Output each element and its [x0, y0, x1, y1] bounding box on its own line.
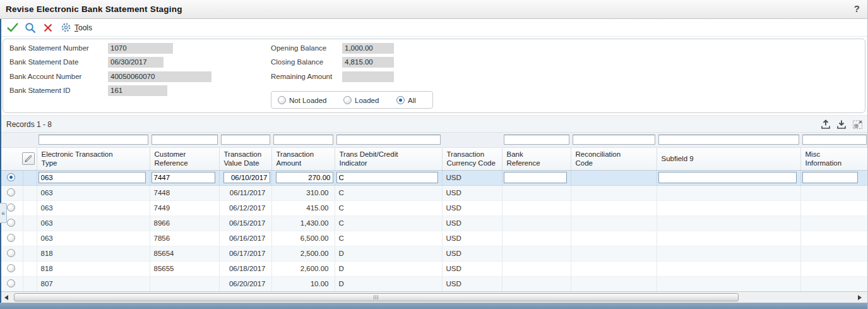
grid-row[interactable]: 8188565406/17/20172,500.00DUSD: [0, 246, 867, 261]
radio-option-not-loaded[interactable]: Not Loaded: [278, 96, 326, 104]
row-select-radio[interactable]: [7, 219, 15, 227]
cell-subfield9: [657, 170, 800, 185]
ok-check-icon[interactable]: [6, 22, 19, 32]
cell-reconciliation: [571, 246, 657, 261]
column-header-reconciliation[interactable]: Reconciliation Code: [571, 147, 657, 170]
scrollbar-thumb[interactable]: [14, 293, 739, 301]
grid-row[interactable]: 063785606/16/20176,500.00CUSD: [0, 231, 867, 246]
cell-type: 063: [37, 231, 150, 246]
filter-input-value_date[interactable]: [221, 135, 270, 145]
radio-icon-all[interactable]: [396, 96, 405, 104]
cell-subfield9: [657, 231, 800, 246]
column-header-customer_reference[interactable]: Customer Reference: [150, 147, 219, 170]
cell-bank_reference: [502, 215, 571, 231]
cell-type: 063: [37, 215, 150, 231]
grid-row[interactable]: 80706/20/201710.00DUSD: [0, 276, 867, 291]
form-box: Bank Statement Number 1070 Bank Statemen…: [3, 39, 865, 113]
filter-input-bank_reference[interactable]: [504, 135, 569, 145]
cell-type: [37, 170, 150, 185]
radio-option-loaded[interactable]: Loaded: [343, 96, 379, 104]
grid-row[interactable]: USD: [0, 170, 867, 185]
export-icon[interactable]: [819, 118, 832, 131]
row-select-radio[interactable]: [7, 264, 15, 272]
cell-input-debit_credit[interactable]: [336, 172, 438, 183]
field-value-bank-statement-date: 06/30/2017: [108, 57, 163, 68]
column-header-amount[interactable]: Transaction Amount: [271, 147, 335, 170]
cell-input-value_date[interactable]: [223, 172, 270, 183]
filter-input-debit_credit[interactable]: [336, 135, 441, 145]
help-icon[interactable]: ?: [854, 3, 860, 14]
edit-pencil-icon[interactable]: [22, 152, 35, 165]
cell-value_date: [219, 170, 271, 185]
field-value-bank-account-number: 40050060070: [108, 71, 211, 82]
filter-input-reconciliation[interactable]: [573, 135, 655, 145]
cell-debit_credit: [335, 170, 442, 185]
cell-bank_reference: [502, 170, 571, 185]
filter-cell-misc: [800, 133, 867, 147]
row-select-radio[interactable]: [7, 234, 15, 242]
expand-grid-icon[interactable]: [851, 118, 864, 131]
cell-debit_credit: C: [335, 185, 442, 200]
cell-value_date: 06/17/2017: [219, 246, 271, 261]
cell-type: 807: [37, 276, 150, 291]
import-icon[interactable]: [835, 118, 848, 131]
cell-customer_reference: 85654: [150, 246, 219, 261]
cell-subfield9: [657, 276, 800, 291]
cell-input-bank_reference[interactable]: [504, 172, 567, 183]
load-filter-group: Not Loaded Loaded All: [271, 91, 433, 109]
field-label-bank-statement-id: Bank Statement ID: [9, 87, 71, 94]
radio-icon-loaded[interactable]: [343, 96, 352, 104]
cell-customer_reference: [150, 276, 219, 291]
cell-input-misc[interactable]: [802, 172, 858, 183]
grid-row[interactable]: 063744906/12/2017415.00CUSD: [0, 200, 867, 215]
radio-icon-not-loaded[interactable]: [278, 96, 286, 104]
cell-misc: [800, 170, 867, 185]
horizontal-scrollbar[interactable]: [0, 291, 867, 303]
cancel-close-icon[interactable]: [43, 23, 53, 33]
filter-input-amount[interactable]: [273, 135, 333, 145]
filter-input-type[interactable]: [39, 135, 148, 145]
cell-type: 063: [37, 185, 150, 200]
cell-input-customer_reference[interactable]: [152, 172, 215, 183]
page-title: Revise Electronic Bank Statement Staging: [6, 4, 182, 14]
row-select-radio[interactable]: [7, 188, 15, 197]
column-header-currency[interactable]: Transaction Currency Code: [442, 147, 502, 170]
column-header-bank_reference[interactable]: Bank Reference: [502, 147, 571, 170]
cell-misc: [800, 246, 867, 261]
column-header-value_date[interactable]: Transaction Value Date: [219, 147, 271, 170]
tools-menu[interactable]: Tools: [61, 22, 92, 33]
filter-cell-debit_credit: [335, 133, 442, 147]
row-select-radio[interactable]: [7, 203, 15, 212]
cell-input-type[interactable]: [39, 172, 146, 183]
cell-customer_reference: 8966: [150, 215, 219, 231]
title-bar: Revise Electronic Bank Statement Staging…: [0, 0, 867, 19]
column-header-type[interactable]: Electronic Transaction Type: [37, 147, 150, 170]
column-header-subfield9[interactable]: Subfield 9: [657, 147, 800, 170]
grid-row[interactable]: 8188565506/18/20172,600.00DUSD: [0, 261, 867, 276]
row-select-radio[interactable]: [7, 279, 15, 288]
find-search-icon[interactable]: [25, 22, 36, 33]
radio-option-all[interactable]: All: [396, 96, 416, 104]
scroll-right-icon[interactable]: [858, 295, 862, 300]
row-radio-cell: [0, 185, 23, 200]
row-select-radio[interactable]: [7, 249, 15, 257]
grid-toolbar: [819, 118, 864, 131]
collapse-panel-tab[interactable]: «: [0, 203, 7, 223]
column-header-debit_credit[interactable]: Trans Debit/Credit Indicator: [335, 147, 442, 170]
cell-input-subfield9[interactable]: [658, 172, 797, 183]
cell-debit_credit: C: [335, 200, 442, 215]
cell-bank_reference: [502, 231, 571, 246]
filter-input-customer_reference[interactable]: [152, 135, 218, 145]
scroll-left-icon[interactable]: [4, 295, 8, 300]
filter-cell-subfield9: [657, 133, 800, 147]
records-count: Records 1 - 8: [6, 120, 52, 129]
cell-input-amount[interactable]: [276, 172, 333, 183]
filter-input-subfield9[interactable]: [658, 135, 799, 145]
grid-row[interactable]: 063744806/11/2017310.00CUSD: [0, 185, 867, 200]
filter-input-misc[interactable]: [802, 135, 867, 145]
field-label-remaining-amount: Remaining Amount: [271, 73, 332, 80]
filter-row-corner: [0, 133, 37, 147]
grid-row[interactable]: 063896606/15/20171,430.00CUSD: [0, 215, 867, 231]
row-select-radio[interactable]: [7, 173, 15, 181]
column-header-misc[interactable]: Misc Information: [800, 147, 867, 170]
